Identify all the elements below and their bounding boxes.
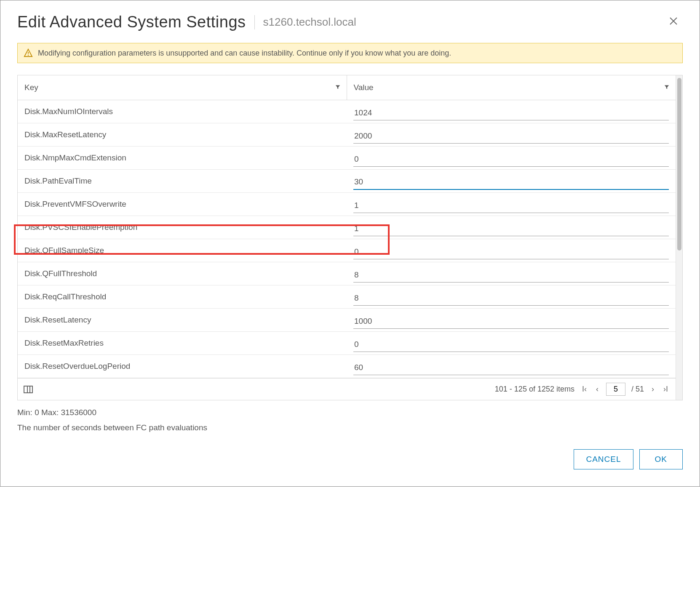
setting-value-input[interactable] (353, 291, 669, 306)
setting-value-input[interactable] (353, 337, 669, 352)
settings-tbody: Disk.MaxNumIOIntervalsDisk.MaxResetLaten… (18, 100, 676, 378)
filter-icon[interactable] (664, 84, 670, 91)
pager-prev-icon[interactable]: ‹ (594, 384, 600, 394)
title-divider (254, 15, 255, 29)
setting-value-input[interactable] (353, 221, 669, 236)
setting-value-input[interactable] (353, 198, 669, 213)
pager-total-pages-value: 51 (636, 385, 644, 393)
warning-alert: Modifying configuration parameters is un… (17, 43, 683, 63)
warning-icon (24, 48, 33, 58)
cancel-button[interactable]: CANCEL (574, 449, 633, 469)
table-row: Disk.QFullSampleSize (18, 239, 676, 262)
pager-last-icon[interactable]: ›I (662, 384, 670, 394)
pager-next-icon[interactable]: › (650, 384, 656, 394)
setting-value-cell (347, 123, 676, 147)
setting-value-input[interactable] (353, 245, 669, 259)
setting-value-input[interactable] (353, 360, 669, 375)
setting-value-input[interactable] (353, 129, 669, 144)
pager-page-input[interactable] (606, 383, 625, 396)
dialog-header: Edit Advanced System Settings s1260.tech… (17, 13, 683, 31)
setting-value-cell (347, 285, 676, 309)
table-row: Disk.ReqCallThreshold (18, 285, 676, 309)
detail-pane: Min: 0 Max: 31536000 The number of secon… (17, 408, 683, 432)
setting-key: Disk.QFullSampleSize (18, 239, 347, 262)
setting-value-cell (347, 147, 676, 170)
setting-value-cell (347, 355, 676, 378)
setting-value-input[interactable] (353, 175, 669, 190)
table-row: Disk.ResetLatency (18, 309, 676, 332)
pager-total-pages: / 51 (631, 385, 644, 394)
pager: 101 - 125 of 1252 items I‹ ‹ / 51 › ›I (495, 383, 670, 396)
scrollbar-thumb[interactable] (677, 78, 681, 251)
setting-value-cell (347, 193, 676, 216)
detail-range: Min: 0 Max: 31536000 (17, 408, 683, 417)
table-row: Disk.PVSCSIEnablePreemption (18, 216, 676, 239)
setting-key: Disk.ReqCallThreshold (18, 285, 347, 309)
setting-value-cell (347, 216, 676, 239)
table-row: Disk.PathEvalTime (18, 170, 676, 193)
table-row: Disk.QFullThreshold (18, 262, 676, 285)
table-row: Disk.NmpMaxCmdExtension (18, 147, 676, 170)
column-picker-icon[interactable] (24, 386, 33, 393)
column-header-key-label: Key (24, 83, 38, 92)
setting-value-cell (347, 170, 676, 193)
setting-key: Disk.PathEvalTime (18, 170, 347, 193)
setting-value-cell (347, 239, 676, 262)
table-row: Disk.MaxResetLatency (18, 123, 676, 147)
filter-icon[interactable] (335, 84, 341, 91)
table-row: Disk.ResetOverdueLogPeriod (18, 355, 676, 378)
setting-value-input[interactable] (353, 152, 669, 167)
settings-table-container: Key Value Disk.MaxNumIOIntervalsDisk.Max… (17, 75, 683, 400)
close-icon[interactable] (664, 14, 683, 31)
dialog-buttons: CANCEL OK (17, 449, 683, 469)
table-footer: 101 - 125 of 1252 items I‹ ‹ / 51 › ›I (18, 378, 676, 400)
warning-text: Modifying configuration parameters is un… (38, 49, 451, 58)
setting-key: Disk.MaxNumIOIntervals (18, 100, 347, 123)
detail-description: The number of seconds between FC path ev… (17, 423, 683, 432)
setting-key: Disk.PreventVMFSOverwrite (18, 193, 347, 216)
table-row: Disk.ResetMaxRetries (18, 332, 676, 355)
setting-key: Disk.ResetOverdueLogPeriod (18, 355, 347, 378)
setting-key: Disk.NmpMaxCmdExtension (18, 147, 347, 170)
table-row: Disk.PreventVMFSOverwrite (18, 193, 676, 216)
setting-key: Disk.ResetMaxRetries (18, 332, 347, 355)
vertical-scrollbar[interactable] (676, 75, 682, 400)
dialog-subtitle: s1260.techsol.local (263, 16, 356, 29)
setting-value-cell (347, 309, 676, 332)
setting-key: Disk.ResetLatency (18, 309, 347, 332)
setting-value-cell (347, 262, 676, 285)
setting-key: Disk.QFullThreshold (18, 262, 347, 285)
setting-value-input[interactable] (353, 106, 669, 120)
svg-point-1 (28, 55, 29, 56)
ok-button[interactable]: OK (639, 449, 683, 469)
table-row: Disk.MaxNumIOIntervals (18, 100, 676, 123)
advanced-settings-dialog: Edit Advanced System Settings s1260.tech… (0, 0, 700, 487)
dialog-title: Edit Advanced System Settings (17, 13, 246, 31)
setting-value-cell (347, 332, 676, 355)
column-header-value-label: Value (354, 83, 374, 92)
pager-summary: 101 - 125 of 1252 items (495, 385, 574, 394)
setting-value-input[interactable] (353, 268, 669, 283)
setting-value-cell (347, 100, 676, 123)
settings-table: Key Value Disk.MaxNumIOIntervalsDisk.Max… (18, 75, 676, 378)
column-header-key[interactable]: Key (18, 75, 347, 100)
header-left: Edit Advanced System Settings s1260.tech… (17, 13, 356, 31)
setting-key: Disk.PVSCSIEnablePreemption (18, 216, 347, 239)
pager-first-icon[interactable]: I‹ (580, 384, 588, 394)
column-header-value[interactable]: Value (347, 75, 676, 100)
setting-value-input[interactable] (353, 314, 669, 329)
setting-key: Disk.MaxResetLatency (18, 123, 347, 147)
settings-table-scroll: Key Value Disk.MaxNumIOIntervalsDisk.Max… (18, 75, 676, 400)
